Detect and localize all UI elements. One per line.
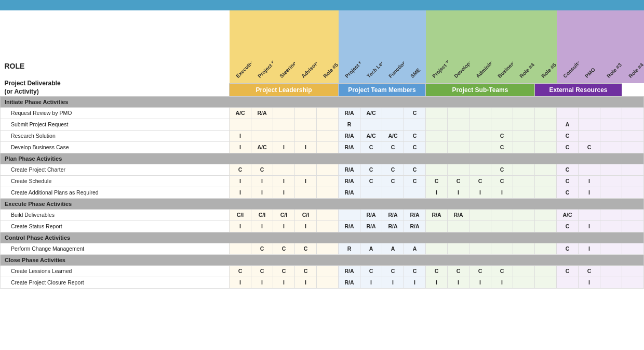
cell-1-0-18 xyxy=(622,164,644,175)
cell-0-0-10 xyxy=(448,107,469,119)
cell-3-0-15: C xyxy=(557,243,579,254)
cell-0-1-18 xyxy=(622,119,644,130)
cell-2-1-9 xyxy=(426,221,448,232)
column-header-4: Role #5 xyxy=(317,10,339,83)
cell-0-3-15: C xyxy=(557,141,579,153)
cell-4-0-18 xyxy=(622,265,644,277)
cell-1-1-12: C xyxy=(491,175,513,187)
cell-0-0-18 xyxy=(622,107,644,119)
main-content: ROLEProject Deliverable(or Activity)Exec… xyxy=(0,10,644,289)
cell-1-0-9 xyxy=(426,164,448,175)
header-bar xyxy=(0,0,644,10)
cell-2-0-5 xyxy=(339,209,360,221)
table-row: Build DeliverablesC/IC/IC/IC/IR/AR/AR/AR… xyxy=(1,209,644,221)
cell-0-1-11 xyxy=(469,119,491,130)
group-header-project-team-members: Project Team Members xyxy=(339,83,426,96)
table-row: Research SolutionIR/AA/CA/CCCC xyxy=(1,130,644,141)
cell-1-2-9: I xyxy=(426,187,448,198)
row-label: Create Project Charter xyxy=(1,164,230,175)
cell-4-0-11: C xyxy=(469,265,491,277)
cell-1-2-11: I xyxy=(469,187,491,198)
cell-0-2-6: A/C xyxy=(360,130,382,141)
cell-1-2-18 xyxy=(622,187,644,198)
cell-0-2-16 xyxy=(579,130,600,141)
column-header-18: Role #4 xyxy=(622,10,644,83)
cell-3-0-14 xyxy=(535,243,557,254)
cell-1-2-0: I xyxy=(230,187,251,198)
cell-0-3-17 xyxy=(600,141,622,153)
cell-0-0-6: A/C xyxy=(360,107,382,119)
cell-0-2-7: A/C xyxy=(382,130,404,141)
cell-4-1-0: I xyxy=(230,277,251,288)
cell-4-0-6: C xyxy=(360,265,382,277)
cell-0-3-0: I xyxy=(230,141,251,153)
cell-3-0-1: C xyxy=(251,243,273,254)
cell-0-2-5: R/A xyxy=(339,130,360,141)
cell-1-1-8: C xyxy=(404,175,426,187)
cell-0-0-0: A/C xyxy=(230,107,251,119)
cell-1-0-10 xyxy=(448,164,469,175)
cell-1-1-18 xyxy=(622,175,644,187)
cell-0-1-16 xyxy=(579,119,600,130)
cell-2-1-10 xyxy=(448,221,469,232)
cell-4-1-12: I xyxy=(491,277,513,288)
cell-0-1-10 xyxy=(448,119,469,130)
cell-1-2-1: I xyxy=(251,187,273,198)
cell-0-3-16: C xyxy=(579,141,600,153)
cell-0-0-15 xyxy=(557,107,579,119)
cell-1-0-5: R/A xyxy=(339,164,360,175)
table-row: Submit Project RequestRA xyxy=(1,119,644,130)
cell-1-2-10: I xyxy=(448,187,469,198)
cell-2-0-10: R/A xyxy=(448,209,469,221)
cell-0-3-7: C xyxy=(382,141,404,153)
section-row: Control Phase Activities xyxy=(1,232,644,243)
cell-4-1-15 xyxy=(557,277,579,288)
cell-2-0-12 xyxy=(491,209,513,221)
row-label: Create Project Closure Report xyxy=(1,277,230,288)
cell-1-2-14 xyxy=(535,187,557,198)
cell-0-2-17 xyxy=(600,130,622,141)
column-header-9: Project Team Member xyxy=(426,10,448,83)
cell-1-2-6 xyxy=(360,187,382,198)
cell-1-1-10: C xyxy=(448,175,469,187)
cell-1-1-7: C xyxy=(382,175,404,187)
column-header-10: Developer xyxy=(448,10,469,83)
cell-4-1-6: I xyxy=(360,277,382,288)
cell-0-3-5: R/A xyxy=(339,141,360,153)
cell-3-0-10 xyxy=(448,243,469,254)
cell-0-1-12 xyxy=(491,119,513,130)
cell-1-1-5: R/A xyxy=(339,175,360,187)
cell-2-0-4 xyxy=(317,209,339,221)
column-header-12: Business Analyst xyxy=(491,10,513,83)
table-row: Create Additional Plans as RequiredIIIR/… xyxy=(1,187,644,198)
cell-1-1-13 xyxy=(513,175,535,187)
row-label: Develop Business Case xyxy=(1,141,230,153)
cell-0-1-8 xyxy=(404,119,426,130)
cell-2-1-16: I xyxy=(579,221,600,232)
cell-0-3-1: A/C xyxy=(251,141,273,153)
cell-0-0-8: C xyxy=(404,107,426,119)
column-header-7: Functional Lead xyxy=(382,10,404,83)
cell-0-0-16 xyxy=(579,107,600,119)
table-row: Create Lessions LearnedCCCCR/ACCCCCCCCC xyxy=(1,265,644,277)
cell-2-1-6: R/A xyxy=(360,221,382,232)
cell-1-2-7 xyxy=(382,187,404,198)
cell-4-1-14 xyxy=(535,277,557,288)
group-header-project-leadership: Project Leadership xyxy=(230,83,339,96)
cell-3-0-8: A xyxy=(404,243,426,254)
cell-2-0-14 xyxy=(535,209,557,221)
cell-4-1-2: I xyxy=(273,277,295,288)
cell-0-0-14 xyxy=(535,107,557,119)
cell-2-0-15: A/C xyxy=(557,209,579,221)
cell-2-1-5: R/A xyxy=(339,221,360,232)
cell-1-0-16 xyxy=(579,164,600,175)
row-label: Research Solution xyxy=(1,130,230,141)
cell-0-3-12: C xyxy=(491,141,513,153)
cell-2-0-8: R/A xyxy=(404,209,426,221)
column-header-0: Executive Sponsor xyxy=(230,10,251,83)
cell-2-0-18 xyxy=(622,209,644,221)
section-row: Execute Phase Activities xyxy=(1,198,644,209)
column-header-8: SME xyxy=(404,10,426,83)
cell-1-0-2 xyxy=(273,164,295,175)
section-row: Plan Phase Activities xyxy=(1,153,644,164)
